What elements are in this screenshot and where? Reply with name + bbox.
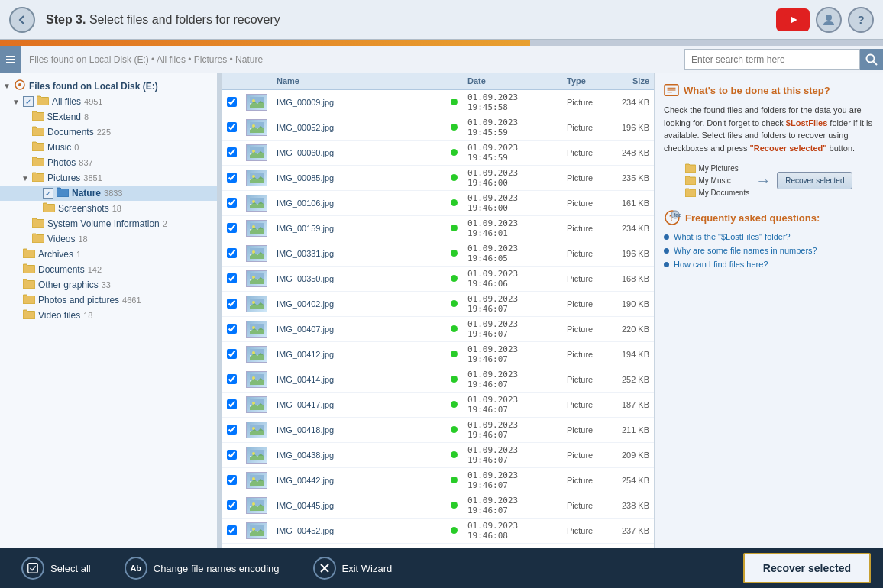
row-type: Picture	[562, 292, 608, 317]
row-checkbox[interactable]	[227, 173, 237, 183]
sidebar-item-label: Archives	[38, 249, 73, 260]
row-checkbox[interactable]	[227, 324, 237, 334]
sidebar-toggle-button[interactable]	[0, 46, 21, 73]
row-checkbox[interactable]	[227, 450, 237, 460]
row-date: 01.09.2023 19:46:07	[463, 418, 562, 443]
user-icon[interactable]	[816, 7, 842, 33]
search-input[interactable]	[684, 49, 860, 70]
encoding-button[interactable]: Ab Change file names encoding	[115, 552, 289, 584]
row-date: 01.09.2023 19:45:58	[463, 89, 562, 115]
file-list-scroll[interactable]: Name Date Type Size	[222, 73, 654, 548]
item-checkbox[interactable]	[23, 96, 34, 107]
row-date: 01.09.2023 19:46:07	[463, 393, 562, 418]
row-checkbox[interactable]	[227, 425, 237, 435]
row-checkbox[interactable]	[227, 374, 237, 384]
row-checkbox[interactable]	[227, 500, 237, 510]
sidebar-item-pictures[interactable]: ▼Pictures 3851	[0, 170, 217, 186]
sidebar-item-all-files[interactable]: ▼All files 4951	[0, 94, 217, 109]
row-filename: IMG_00331.jpg	[272, 241, 445, 267]
row-checkbox[interactable]	[227, 525, 237, 535]
sidebar-item-sysvolinfo[interactable]: System Volume Information 2	[0, 216, 217, 231]
sidebar-item-music[interactable]: Music 0	[0, 140, 217, 155]
row-size: 211 KB	[608, 418, 654, 443]
row-checkbox[interactable]	[227, 122, 237, 132]
faq-link-2[interactable]: How can I find files here?	[674, 260, 768, 269]
file-list: Name Date Type Size	[222, 73, 654, 548]
sidebar-item-label: Pictures	[47, 173, 80, 183]
row-checkbox[interactable]	[227, 198, 237, 208]
sidebar-item-root[interactable]: ▼ Files found on Local Disk (E:)	[0, 78, 217, 94]
folder-icon	[37, 95, 49, 108]
row-filename: IMG_00060.jpg	[272, 141, 445, 166]
table-row: IMG_00452.jpg 01.09.2023 19:46:08 Pictur…	[222, 519, 654, 544]
diag-folder-docs: My Documents	[685, 188, 750, 197]
encoding-label: Change file names encoding	[154, 563, 280, 574]
row-checkbox[interactable]	[227, 475, 237, 485]
sidebar-item-photosandpics[interactable]: Photos and pictures 4661	[0, 292, 217, 308]
faq-link-0[interactable]: What is the "$LostFiles" folder?	[674, 232, 791, 241]
row-checkbox[interactable]	[227, 349, 237, 359]
sidebar-item-archives[interactable]: Archives 1	[0, 247, 217, 262]
row-checkbox[interactable]	[227, 273, 237, 283]
breadcrumb-bar: Files found on Local Disk (E:) • All fil…	[0, 46, 883, 73]
row-checkbox[interactable]	[227, 223, 237, 233]
row-checkbox[interactable]	[227, 147, 237, 157]
expand-icon: ▼	[3, 82, 14, 90]
row-type: Picture	[562, 191, 608, 216]
file-thumbnail	[246, 371, 267, 388]
sidebar-item-label: Nature	[72, 188, 101, 199]
sidebar-item-othergraphics[interactable]: Other graphics 33	[0, 277, 217, 292]
row-size: 196 KB	[608, 241, 654, 267]
row-checkbox-cell	[222, 267, 241, 292]
row-checkbox[interactable]	[227, 97, 237, 107]
col-header-size[interactable]: Size	[608, 73, 654, 89]
help-icon[interactable]: ?	[848, 7, 874, 33]
select-all-button[interactable]: Select all	[12, 552, 100, 584]
sidebar-item-nature[interactable]: Nature 3833	[0, 186, 217, 201]
back-button[interactable]	[9, 7, 35, 33]
sidebar-item-documents[interactable]: Documents 225	[0, 124, 217, 140]
sidebar-item-documents2[interactable]: Documents 142	[0, 262, 217, 277]
row-date: 01.09.2023 19:46:07	[463, 317, 562, 342]
row-checkbox[interactable]	[227, 299, 237, 309]
folder-icon	[23, 263, 35, 276]
file-thumbnail	[246, 346, 267, 363]
status-dot	[451, 451, 458, 458]
sidebar-item-videofiles[interactable]: Video files 18	[0, 308, 217, 323]
row-thumbnail-cell	[241, 141, 272, 166]
col-header-type[interactable]: Type	[562, 73, 608, 89]
item-checkbox[interactable]	[43, 188, 53, 199]
row-filename: IMG_00350.jpg	[272, 267, 445, 292]
sidebar-item-extend[interactable]: $Extend 8	[0, 109, 217, 124]
faq-link-1[interactable]: Why are some file names in numbers?	[674, 246, 817, 255]
svg-rect-4	[6, 59, 15, 60]
row-filename: IMG_00106.jpg	[272, 191, 445, 216]
sidebar-item-count: 2	[163, 219, 167, 228]
col-header-date[interactable]: Date	[463, 73, 562, 89]
row-filename: IMG_00412.jpg	[272, 342, 445, 367]
sidebar-item-videos[interactable]: Videos 18	[0, 231, 217, 247]
row-type: Picture	[562, 468, 608, 493]
diagram-arrow: →	[755, 172, 771, 189]
row-status	[445, 267, 463, 292]
search-button[interactable]	[860, 49, 883, 70]
row-checkbox-cell	[222, 468, 241, 493]
table-row: IMG_00417.jpg 01.09.2023 19:46:07 Pictur…	[222, 393, 654, 418]
col-header-name[interactable]: Name	[272, 73, 445, 89]
row-checkbox-cell	[222, 443, 241, 468]
faq-item-1: Why are some file names in numbers?	[664, 246, 874, 255]
sidebar-item-screenshots[interactable]: Screenshots 18	[0, 201, 217, 216]
encoding-icon: Ab	[125, 557, 147, 580]
exit-wizard-button[interactable]: Exit Wizard	[304, 552, 402, 584]
youtube-button[interactable]	[776, 8, 810, 31]
diag-folder-music: My Music	[685, 176, 750, 185]
recover-selected-button[interactable]: Recover selected	[743, 553, 871, 583]
row-type: Picture	[562, 393, 608, 418]
table-row: IMG_00414.jpg 01.09.2023 19:46:07 Pictur…	[222, 367, 654, 393]
recover-selected-diagram-button[interactable]: Recover selected	[777, 172, 852, 189]
row-checkbox[interactable]	[227, 399, 237, 409]
folder-icon	[32, 111, 44, 123]
sidebar-item-photos[interactable]: Photos 837	[0, 155, 217, 170]
row-checkbox[interactable]	[227, 248, 237, 258]
file-table: Name Date Type Size	[222, 73, 654, 548]
